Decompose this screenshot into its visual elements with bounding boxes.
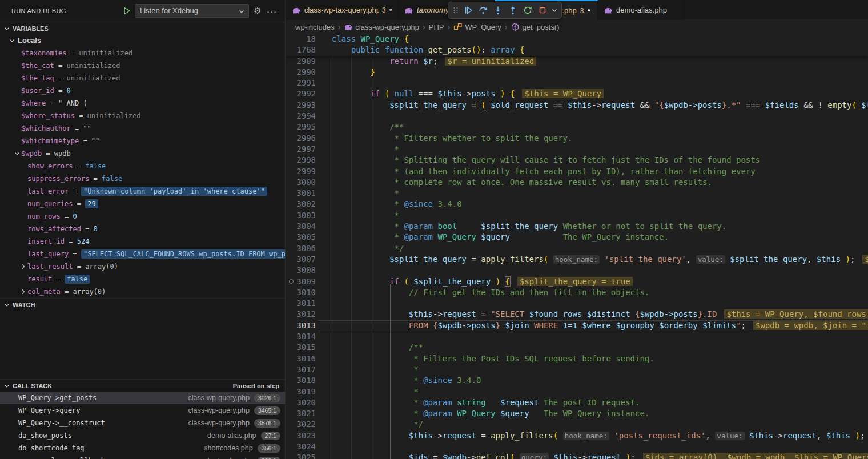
line-number[interactable]: 3025 [286, 452, 332, 459]
variable-row[interactable]: last_error = "Unknown column 'payload' i… [0, 185, 285, 198]
code-line[interactable]: 3023 $this->request = apply_filters( hoo… [286, 430, 868, 441]
code-line[interactable]: 3021 * @param WP_Query $query The WP_Que… [286, 408, 868, 419]
code-line[interactable]: 3002 * @since 3.4.0 [286, 199, 868, 210]
line-number[interactable]: 3013 [286, 320, 332, 331]
breadcrumb-item[interactable]: class-wp-query.php [344, 22, 419, 31]
code-line[interactable]: 3012 $this->request = "SELECT $found_row… [286, 309, 868, 320]
code-line[interactable]: 3018 * @since 3.4.0 [286, 375, 868, 386]
sticky-scroll[interactable]: 18class WP_Query {1768 public function g… [286, 34, 868, 56]
step-over-button[interactable] [476, 3, 491, 18]
variable-row[interactable]: $taxonomies = uninitialized [0, 47, 285, 59]
code-line[interactable]: 2992 if ( null === $this->posts ) {$this… [286, 88, 868, 99]
code-line[interactable]: 3019 * [286, 386, 868, 397]
code-line[interactable]: 3005 * @param WP_Query $query The WP_Que… [286, 232, 868, 243]
code-line[interactable]: 3007 $split_the_query = apply_filters( h… [286, 254, 868, 265]
code-line[interactable]: 3025 $ids = $wpdb->get_col( query: $this… [286, 452, 868, 459]
code-line[interactable]: 2991 [286, 78, 868, 88]
variable-row[interactable]: last_result = array(0) [0, 260, 285, 273]
line-number[interactable]: 1768 [286, 45, 332, 55]
line-number[interactable]: 2995 [286, 122, 332, 132]
line-number[interactable]: 3011 [286, 298, 332, 309]
variable-row[interactable]: last_query = "SELECT SQL_CALC_FOUND_ROWS… [0, 248, 285, 260]
line-number[interactable]: 3001 [286, 188, 332, 199]
line-number[interactable]: 3015 [286, 342, 332, 353]
tab-class-wp-tax-query.php[interactable]: class-wp-tax-query.php3● [286, 0, 399, 20]
variable-row[interactable]: suppress_errors = false [0, 172, 285, 185]
step-out-button[interactable] [505, 3, 520, 18]
code-line[interactable]: 2998 * Splitting the query will cause it… [286, 155, 868, 166]
callstack-row[interactable]: WP_Query->queryclass-wp-query.php3465:1 [0, 404, 285, 417]
code-line[interactable]: 3016 * Filters the Post IDs SQL request … [286, 353, 868, 364]
code-line[interactable]: 2996 * Filters whether to split the quer… [286, 133, 868, 144]
variable-row[interactable]: $where = " AND ( [0, 97, 285, 110]
locals-scope-row[interactable]: Locals [0, 34, 285, 47]
line-number[interactable]: 2992 [286, 88, 332, 99]
code-line[interactable]: 2999 * (and then individually fetch each… [286, 166, 868, 177]
variable-row[interactable]: insert_id = 524 [0, 235, 285, 248]
callstack-row[interactable]: do_shortcode_tagshortcodes.php356:1 [0, 442, 285, 454]
launch-configuration-dropdown[interactable]: Listen for Xdebug [135, 4, 249, 18]
breadcrumb-item[interactable]: PHP [429, 23, 444, 31]
variables-section-header[interactable]: VARIABLES [0, 22, 285, 34]
line-number[interactable]: 3019 [286, 386, 332, 397]
line-number[interactable]: 3000 [286, 177, 332, 188]
line-number[interactable]: 3017 [286, 364, 332, 375]
code-line[interactable]: 2990 } [286, 67, 868, 78]
line-number[interactable]: 2998 [286, 155, 332, 166]
code-line[interactable]: 2989 return $r;$r = uninitialized [286, 56, 868, 67]
continue-button[interactable] [461, 3, 476, 18]
variable-row[interactable]: col_meta = array(0) [0, 285, 285, 298]
variable-row[interactable]: $where_status = uninitialized [0, 110, 285, 122]
code-line[interactable]: 3004 * @param bool $split_the_query Whet… [286, 221, 868, 232]
line-number[interactable]: 3009 [286, 276, 332, 287]
code-line[interactable]: 3001 * [286, 188, 868, 199]
code-line[interactable]: 3014 [286, 331, 868, 342]
code-line[interactable]: 3011 [286, 298, 868, 309]
code-line[interactable]: 3022 */ [286, 419, 868, 430]
line-number[interactable]: 3018 [286, 375, 332, 386]
line-number[interactable]: 2999 [286, 166, 332, 177]
variable-row[interactable]: $the_cat = uninitialized [0, 59, 285, 72]
line-number[interactable]: 3004 [286, 221, 332, 232]
sticky-code-line[interactable]: 18class WP_Query { [286, 34, 868, 45]
tab-modified-dot[interactable]: ● [389, 7, 392, 13]
views-and-more-actions-button[interactable]: ··· [266, 5, 278, 17]
line-number[interactable]: 3002 [286, 199, 332, 210]
variable-row[interactable]: $whichmimetype = "" [0, 135, 285, 147]
tab-modified-dot[interactable]: ● [587, 8, 590, 13]
breadcrumb-item[interactable]: WP_Query [453, 22, 501, 31]
variable-row[interactable]: $whichauthor = "" [0, 122, 285, 135]
breadcrumb-item[interactable]: wp-includes [295, 23, 335, 31]
variable-row[interactable]: $user_id = 0 [0, 84, 285, 97]
code-line[interactable]: 3008 [286, 265, 868, 276]
tab-demo-alias.php[interactable]: demo-alias.php [598, 0, 685, 20]
variable-row[interactable]: num_queries = 29 [0, 198, 285, 210]
line-number[interactable]: 3006 [286, 243, 332, 254]
gripper-button[interactable] [451, 3, 461, 18]
line-number[interactable]: 3021 [286, 408, 332, 419]
line-number[interactable]: 3012 [286, 309, 332, 320]
code-line[interactable]: 3020 * @param string $request The post I… [286, 397, 868, 408]
variable-row[interactable]: $wpdb = wpdb [0, 147, 285, 160]
stop-button[interactable] [535, 3, 550, 18]
code-line[interactable]: 3000 * complete row at once. One massive… [286, 177, 868, 188]
variable-row[interactable]: rows_affected = 0 [0, 223, 285, 235]
line-number[interactable]: 3014 [286, 331, 332, 342]
watch-section-header[interactable]: WATCH [0, 298, 285, 311]
variable-row[interactable]: num_rows = 0 [0, 210, 285, 223]
code-editor[interactable]: 18class WP_Query {1768 public function g… [286, 34, 868, 459]
code-line[interactable]: 3010 // First get the IDs and then fill … [286, 287, 868, 298]
call-stack-section-header[interactable]: CALL STACK Paused on step [0, 379, 285, 392]
code-line[interactable]: 3003 * [286, 210, 868, 221]
line-number[interactable]: 3016 [286, 353, 332, 364]
line-number[interactable]: 3007 [286, 254, 332, 265]
code-line[interactable]: 3024 [286, 441, 868, 452]
start-debugging-button[interactable] [120, 5, 133, 17]
code-line[interactable]: 3017 * [286, 364, 868, 375]
line-number[interactable]: 2994 [286, 111, 332, 122]
code-line[interactable]: 2997 * [286, 144, 868, 155]
code-line[interactable]: 3015 /** [286, 342, 868, 353]
variable-row[interactable]: $the_tag = uninitialized [0, 72, 285, 84]
code-line[interactable]: 3006 */ [286, 243, 868, 254]
callstack-row[interactable]: preg_replace_callbackshortcodes.php228:1 [0, 454, 285, 459]
